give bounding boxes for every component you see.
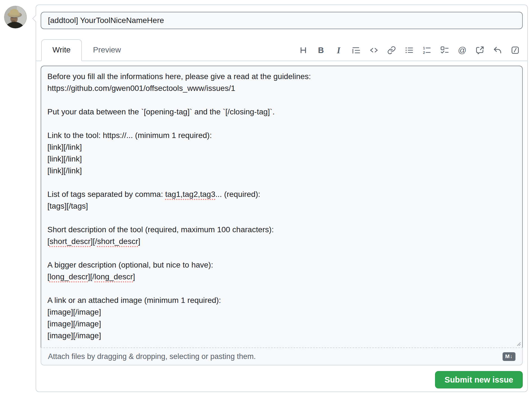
quote-icon [352,46,361,55]
heading-button[interactable] [299,45,308,55]
mention-button[interactable]: @ [457,45,467,55]
mention-icon: @ [458,46,466,54]
link-icon [387,46,396,55]
markdown-toolbar: B I [299,45,527,61]
bold-icon: B [318,46,324,54]
list-ordered-icon: 1 2 [422,46,431,55]
attach-files-bar[interactable]: Attach files by dragging & dropping, sel… [41,347,523,365]
heading-icon [299,46,308,55]
reply-button[interactable] [493,45,502,55]
quote-button[interactable] [351,45,361,55]
slash-commands-button[interactable] [510,45,520,55]
bold-button[interactable]: B [316,45,326,55]
markdown-supported-badge[interactable]: M↓ [503,352,515,361]
comment-tabnav: Write Preview B I [36,39,527,61]
list-ordered-button[interactable]: 1 2 [422,45,432,55]
issue-body-editor[interactable]: Before you fill all the informations her… [41,66,523,347]
svg-text:2: 2 [423,50,425,55]
italic-icon: I [337,46,340,55]
user-avatar [4,6,27,29]
form-actions: Submit new issue [36,365,527,393]
tab-preview[interactable]: Preview [82,39,132,61]
tab-write[interactable]: Write [41,39,82,61]
link-button[interactable] [387,45,396,55]
cross-reference-button[interactable] [475,45,485,55]
list-unordered-icon [405,46,414,55]
cross-reference-icon [475,46,484,55]
issue-body-text: Before you fill all the informations her… [47,71,516,342]
issue-title-input[interactable] [41,12,523,29]
attach-files-hint: Attach files by dragging & dropping, sel… [48,352,256,361]
markdown-icon: M↓ [505,353,513,360]
tasklist-icon [440,46,449,55]
list-unordered-button[interactable] [404,45,414,55]
slash-commands-icon [511,46,520,55]
resize-handle[interactable] [515,340,521,347]
tasklist-button[interactable] [440,45,449,55]
reply-icon [493,46,502,55]
italic-button[interactable]: I [334,45,343,55]
code-button[interactable] [369,45,379,55]
comment-caret [32,15,36,22]
svg-text:1: 1 [423,46,425,50]
submit-new-issue-button[interactable]: Submit new issue [435,371,523,388]
new-issue-card: Write Preview B I [36,4,528,392]
code-icon [369,46,378,55]
